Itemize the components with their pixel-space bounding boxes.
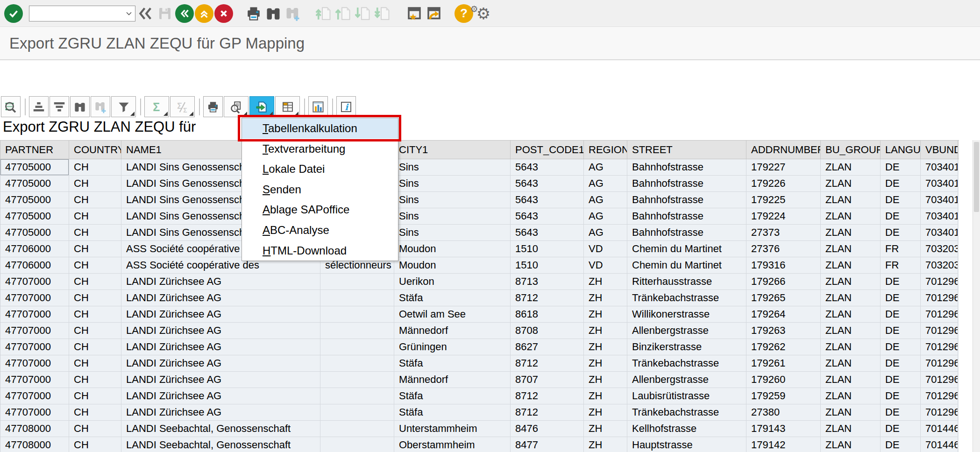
table-cell[interactable]: 8712 — [511, 290, 584, 306]
find-button[interactable] — [263, 3, 283, 24]
table-cell[interactable]: Sins — [394, 176, 511, 192]
subtotal-button[interactable]: ΣΣ — [170, 96, 195, 117]
table-cell[interactable]: AG — [584, 225, 627, 241]
table-cell[interactable]: 47705000 — [0, 225, 69, 241]
table-cell[interactable]: ZH — [584, 372, 627, 388]
choose-layout-button[interactable] — [275, 96, 300, 117]
table-cell[interactable]: ZLAN — [821, 421, 881, 437]
table-cell[interactable]: Tränkebachstrasse — [627, 355, 746, 372]
column-header-post_code1[interactable]: POST_CODE1 — [511, 141, 584, 159]
table-cell[interactable] — [320, 388, 394, 404]
print-preview-button[interactable] — [224, 96, 249, 117]
table-cell[interactable]: 703203 — [921, 257, 958, 274]
table-cell[interactable] — [320, 404, 394, 421]
table-cell[interactable]: ZLAN — [821, 274, 881, 290]
table-cell[interactable]: 703401 — [921, 225, 958, 241]
table-cell[interactable]: 27380 — [746, 404, 821, 421]
table-cell[interactable]: 27373 — [746, 225, 821, 241]
table-cell[interactable]: Bahnhofstrasse — [627, 208, 746, 225]
table-cell[interactable]: 8712 — [511, 388, 584, 404]
table-cell[interactable]: 8707 — [511, 372, 584, 388]
table-cell[interactable]: 701446 — [921, 437, 958, 452]
table-cell[interactable]: Willikonerstrasse — [627, 306, 746, 323]
table-cell[interactable]: Ritterhausstrasse — [627, 274, 746, 290]
table-cell[interactable]: 179224 — [746, 208, 821, 225]
table-cell[interactable]: Bahnhofstrasse — [627, 225, 746, 241]
table-cell[interactable]: 179262 — [746, 339, 821, 355]
table-cell[interactable]: AG — [584, 159, 627, 176]
table-cell[interactable]: 1510 — [511, 241, 584, 257]
table-cell[interactable]: 47707000 — [0, 306, 69, 323]
table-cell[interactable]: LANDI Zürichsee AG — [121, 290, 320, 306]
table-cell[interactable]: DE — [881, 192, 921, 208]
column-header-langu[interactable]: LANGU — [881, 141, 921, 159]
table-cell[interactable]: 179260 — [746, 372, 821, 388]
table-cell[interactable]: ZH — [584, 290, 627, 306]
table-cell[interactable]: Laubisrütistrasse — [627, 388, 746, 404]
table-cell[interactable]: Hauptstrasse — [627, 437, 746, 452]
table-cell[interactable]: Chemin du Martinet — [627, 241, 746, 257]
table-cell[interactable]: 5643 — [511, 225, 584, 241]
table-cell[interactable]: Männedorf — [394, 372, 511, 388]
table-cell[interactable]: ZH — [584, 437, 627, 452]
table-cell[interactable]: DE — [881, 225, 921, 241]
table-cell[interactable]: ZLAN — [821, 176, 881, 192]
table-cell[interactable]: ZLAN — [821, 388, 881, 404]
table-cell[interactable]: 5643 — [511, 208, 584, 225]
settings-button[interactable]: ⚙⚙ — [474, 3, 493, 24]
table-cell[interactable]: 47707000 — [0, 339, 69, 355]
table-cell[interactable]: 179264 — [746, 306, 821, 323]
create-shortcut-button[interactable] — [424, 3, 444, 24]
menu-item-html-download[interactable]: HTML-Download — [242, 240, 398, 261]
table-cell[interactable]: LANDI Seebachtal, Genossenschaft — [121, 421, 320, 437]
table-cell[interactable]: 179227 — [746, 159, 821, 176]
table-cell[interactable]: Bahnhofstrasse — [627, 159, 746, 176]
table-cell[interactable]: CH — [69, 437, 121, 452]
table-cell[interactable]: 5643 — [511, 159, 584, 176]
table-cell[interactable]: 701296 — [921, 388, 958, 404]
table-cell[interactable]: LANDI Zürichsee AG — [121, 372, 320, 388]
table-cell[interactable]: 701296 — [921, 274, 958, 290]
table-cell[interactable]: LANDI Zürichsee AG — [121, 404, 320, 421]
table-cell[interactable] — [320, 355, 394, 372]
table-cell[interactable]: LANDI Zürichsee AG — [121, 339, 320, 355]
find-next-button[interactable] — [91, 96, 110, 117]
table-cell[interactable]: 8627 — [511, 339, 584, 355]
table-cell[interactable]: 27376 — [746, 241, 821, 257]
table-cell[interactable]: 701296 — [921, 306, 958, 323]
table-cell[interactable]: 701446 — [921, 421, 958, 437]
table-cell[interactable]: CH — [69, 159, 121, 176]
table-cell[interactable]: 701296 — [921, 339, 958, 355]
table-cell[interactable] — [320, 306, 394, 323]
page-up-button[interactable] — [334, 3, 353, 24]
cancel-button[interactable] — [214, 3, 234, 24]
table-cell[interactable]: CH — [69, 257, 121, 274]
table-cell[interactable]: 179142 — [746, 437, 821, 452]
table-cell[interactable]: ZLAN — [821, 257, 881, 274]
table-cell[interactable]: DE — [881, 404, 921, 421]
export-button[interactable] — [249, 96, 274, 117]
table-cell[interactable]: 179266 — [746, 274, 821, 290]
table-cell[interactable]: VD — [584, 241, 627, 257]
table-cell[interactable]: Moudon — [394, 241, 511, 257]
column-header-country[interactable]: COUNTRY — [69, 141, 121, 159]
table-cell[interactable]: CH — [69, 355, 121, 372]
table-cell[interactable]: Sins — [394, 159, 511, 176]
table-cell[interactable]: FR — [881, 257, 921, 274]
first-page-button[interactable] — [314, 3, 334, 24]
table-cell[interactable]: ZLAN — [821, 437, 881, 452]
graphics-button[interactable] — [308, 96, 328, 117]
details-button[interactable] — [1, 96, 21, 117]
table-cell[interactable]: ZH — [584, 323, 627, 339]
table-cell[interactable]: ZH — [584, 421, 627, 437]
table-cell[interactable] — [320, 372, 394, 388]
table-cell[interactable]: Stäfa — [394, 290, 511, 306]
table-cell[interactable]: DE — [881, 323, 921, 339]
sort-descending-button[interactable] — [50, 96, 69, 117]
table-cell[interactable]: CH — [69, 192, 121, 208]
table-cell[interactable]: Grüningen — [394, 339, 511, 355]
table-cell[interactable]: Stäfa — [394, 404, 511, 421]
menu-item-ablage-sapoffice[interactable]: Ablage SAPoffice — [242, 199, 398, 220]
table-cell[interactable]: LANDI Zürichsee AG — [121, 388, 320, 404]
table-cell[interactable]: Stäfa — [394, 355, 511, 372]
